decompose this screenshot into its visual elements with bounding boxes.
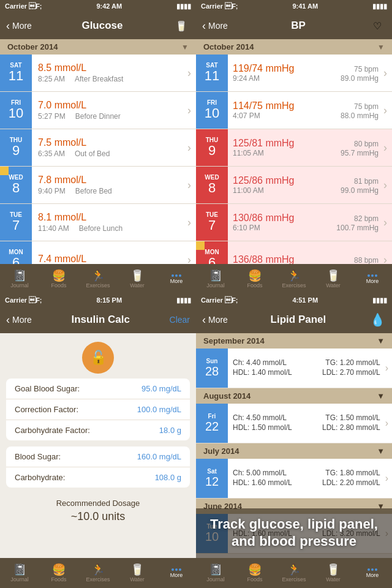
day-num: 8: [208, 181, 216, 195]
bp-mmhg: 95.7 mmHg: [341, 149, 379, 157]
tab-foods-lipid[interactable]: 🍔 Foods: [235, 558, 274, 588]
table-row[interactable]: Tue 7 130/86 mmHg 82 bpm 6:10 PM 100.7 m…: [196, 204, 392, 241]
table-row[interactable]: Sat 12 Ch: 5.00 mmol/L TG: 1.80 mmol/L H…: [196, 459, 392, 499]
tab-label: Foods: [247, 282, 262, 288]
back-button-insulin[interactable]: ‹ More: [6, 314, 32, 326]
table-row[interactable]: Thu 9 125/81 mmHg 80 bpm 11:05 AM 95.7 m…: [196, 129, 392, 167]
tab-more-bp[interactable]: More: [353, 264, 392, 294]
tab-journal-bp[interactable]: 📓 Journal: [196, 264, 235, 294]
back-label-insulin: More: [12, 315, 32, 325]
chevron-right-icon: ›: [187, 216, 196, 229]
chevron-right-icon: ›: [383, 141, 392, 154]
table-row[interactable]: Sun 28 Ch: 4.40 mmol/L TG: 1.20 mmol/L H…: [196, 349, 392, 388]
section-label: September 2014: [203, 336, 265, 345]
hdl-value: HDL: 1.50 mmol/L: [233, 423, 292, 432]
tab-exercises-lipid[interactable]: 🏃 Exercises: [274, 558, 314, 588]
calc-row-carbo: Carbohydrate Factor: 18.0 g: [6, 420, 190, 440]
date-badge: Fri 10: [0, 92, 32, 129]
tab-exercises-insulin[interactable]: 🏃 Exercises: [78, 558, 118, 588]
date-badge: Mon 6: [0, 241, 32, 264]
dropdown-arrow[interactable]: ▼: [377, 447, 385, 456]
clear-button[interactable]: Clear: [170, 315, 190, 325]
tab-exercises-bp[interactable]: 🏃 Exercises: [274, 264, 314, 294]
table-row[interactable]: Fri 10 114/75 mmHg 75 bpm 4:07 PM 88.0 m…: [196, 92, 392, 129]
tab-more-insulin[interactable]: More: [157, 558, 196, 588]
entry-content: 125/86 mmHg 81 bpm 11:00 AM 99.0 mmHg: [228, 167, 383, 203]
back-label-bp: More: [208, 21, 228, 31]
day-num: 22: [205, 420, 219, 434]
tab-label: Water: [326, 282, 341, 288]
tab-journal-glucose[interactable]: 📓 Journal: [0, 264, 39, 294]
nav-title-bp: BP: [291, 20, 306, 32]
status-bar-insulin: Carrier F; 8:15 PM ▮▮▮▮: [0, 294, 196, 306]
table-row[interactable]: Fri 22 Ch: 4.50 mmol/L TG: 1.50 mmol/L H…: [196, 404, 392, 443]
tab-label: Water: [130, 282, 145, 288]
calc-row-carbohydrate: Carbohydrate: 108.0 g: [6, 467, 190, 488]
tab-label: Water: [326, 576, 341, 582]
tg-value: TG: 1.20 mmol/L: [325, 358, 380, 367]
back-button-lipid[interactable]: ‹ More: [202, 314, 228, 326]
tab-water-insulin[interactable]: 🥛 Water: [118, 558, 157, 588]
tab-more-lipid[interactable]: More: [353, 558, 392, 588]
ldl-value: LDL: 2.20 mmol/L: [322, 478, 380, 487]
tab-journal-lipid[interactable]: 📓 Journal: [196, 558, 235, 588]
dropdown-arrow[interactable]: ▼: [377, 391, 385, 401]
table-row[interactable]: Mon 6 136/88 mmHg 88 bpm ›: [196, 241, 392, 264]
calc-label: Carbohydrate Factor:: [15, 426, 90, 435]
entry-time: 8:25 AM: [38, 75, 65, 83]
overlay-line2: and blood pressure: [232, 533, 356, 549]
overlay-text: Track glucose, lipid panel, and blood pr…: [196, 508, 392, 558]
exercises-icon: 🏃: [91, 270, 105, 281]
tab-bar-bp: 📓 Journal 🍔 Foods 🏃 Exercises 🥛 Water Mo…: [196, 264, 392, 294]
back-button-bp[interactable]: ‹ More: [202, 20, 228, 32]
chevron-right-icon: ›: [383, 179, 392, 192]
tab-bar-lipid: 📓 Journal 🍔 Foods 🏃 Exercises 🥛 Water Mo…: [196, 558, 392, 588]
table-row[interactable]: Wed 8 125/86 mmHg 81 bpm 11:00 AM 99.0 m…: [196, 167, 392, 204]
tab-foods-insulin[interactable]: 🍔 Foods: [39, 558, 78, 588]
overlay-line1: Track glucose, lipid panel,: [210, 516, 378, 532]
tab-water-glucose[interactable]: 🥛 Water: [118, 264, 157, 294]
lipid-panel: Carrier F; 4:51 PM ▮▮▮▮ ‹ More Lipid Pa…: [196, 294, 392, 588]
calc-row-goal: Goal Blood Sugar: 95.0 mg/dL: [6, 379, 190, 399]
insulin-content: 🔓 Goal Blood Sugar: 95.0 mg/dL Correctio…: [0, 333, 196, 558]
ch-value: Ch: 5.00 mmol/L: [233, 469, 287, 477]
status-bar-bp: Carrier F; 9:41 AM ▮▮▮▮: [196, 0, 392, 12]
table-row[interactable]: Tue 7 8.1 mmol/L 11:40 AM Before Lunch ›: [0, 204, 196, 241]
back-button-glucose[interactable]: ‹ More: [6, 20, 32, 32]
tab-foods-bp[interactable]: 🍔 Foods: [235, 264, 274, 294]
table-row[interactable]: Thu 9 7.5 mmol/L 6:35 AM Out of Bed ›: [0, 129, 196, 167]
calc-label: Goal Blood Sugar:: [15, 384, 80, 393]
dropdown-arrow-bp[interactable]: ▼: [377, 43, 385, 51]
entry-content: 114/75 mmHg 75 bpm 4:07 PM 88.0 mmHg: [228, 92, 383, 129]
tab-water-lipid[interactable]: 🥛 Water: [314, 558, 353, 588]
table-row[interactable]: Wed 8 7.8 mmol/L 9:40 PM Before Bed ›: [0, 167, 196, 204]
dropdown-arrow[interactable]: ▼: [377, 336, 385, 345]
section-label: July 2014: [203, 447, 239, 456]
section-label: August 2014: [203, 391, 251, 401]
tab-more-glucose[interactable]: More: [157, 264, 196, 294]
entry-content: 7.0 mmol/L 5:27 PM Before Dinner: [32, 92, 187, 129]
entry-meta: 5:27 PM Before Dinner: [38, 112, 181, 121]
bp-value: 114/75 mmHg: [233, 100, 295, 111]
entry-content: 8.1 mmol/L 11:40 AM Before Lunch: [32, 204, 187, 241]
tab-water-bp[interactable]: 🥛 Water: [314, 264, 353, 294]
table-row[interactable]: Sat 11 119/74 mmHg 75 bpm 9:24 AM 89.0 m…: [196, 55, 392, 92]
table-row[interactable]: Sat 11 8.5 mmol/L 8:25 AM After Breakfas…: [0, 55, 196, 92]
chevron-right-icon: ›: [187, 179, 196, 192]
calc-form: Goal Blood Sugar: 95.0 mg/dL Correction …: [0, 379, 196, 523]
dropdown-arrow-glucose[interactable]: ▼: [181, 43, 189, 51]
tab-foods-glucose[interactable]: 🍔 Foods: [39, 264, 78, 294]
hdl-value: HDL: 1.40 mmol/L: [233, 368, 292, 377]
tab-exercises-glucose[interactable]: 🏃 Exercises: [78, 264, 118, 294]
entry-content: 119/74 mmHg 75 bpm 9:24 AM 89.0 mmHg: [228, 55, 383, 91]
table-row[interactable]: Fri 10 7.0 mmol/L 5:27 PM Before Dinner …: [0, 92, 196, 129]
more-dots-icon: [172, 274, 181, 277]
table-row[interactable]: Mon 6 7.4 mmol/L ›: [0, 241, 196, 264]
date-badge: Sat 12: [196, 459, 228, 498]
tab-journal-insulin[interactable]: 📓 Journal: [0, 558, 39, 588]
chevron-icon-bp: ‹: [202, 20, 206, 32]
time-lipid: 4:51 PM: [292, 296, 318, 304]
tab-label: Journal: [206, 576, 225, 582]
ldl-value: LDL: 2.70 mmol/L: [322, 368, 380, 377]
entry-meta: 9:40 PM Before Bed: [38, 187, 181, 195]
